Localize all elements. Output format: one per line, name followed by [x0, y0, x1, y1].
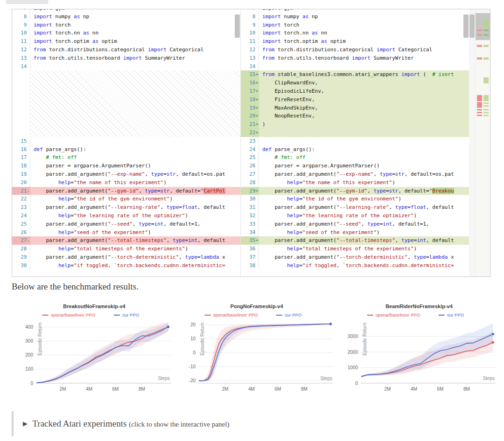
- details-summary-label: Tracked Atari experiments: [32, 419, 126, 428]
- code-line: 19 parser.add_argument("--exp-name", typ…: [12, 170, 240, 179]
- diff-minimap[interactable]: [475, 9, 490, 276]
- y-axis-label: Episodic Return: [200, 323, 205, 356]
- x-tick-label: 8M: [463, 386, 470, 392]
- right-pane-scrollbar-thumb[interactable]: [463, 14, 469, 38]
- series-end-marker: [167, 325, 169, 328]
- code-tab-stub[interactable]: [6, 0, 48, 4]
- series-end-marker: [329, 323, 332, 325]
- y-tick-label: 400: [25, 324, 33, 330]
- code-line: 24 def parse_args():: [241, 145, 469, 154]
- x-axis-label: Steps: [158, 376, 170, 381]
- y-tick-label: -10: [189, 364, 196, 369]
- minimap-addition-mark: [483, 29, 489, 31]
- code-line: 22+: [241, 129, 469, 137]
- minimap-addition-mark: [483, 45, 489, 47]
- chart-breakoutnoframeskip-v4: BreakoutNoFrameskip-v4openai/baselines' …: [13, 302, 175, 398]
- x-tick-label: 2M: [385, 386, 391, 392]
- minimap-deletion-mark: [477, 109, 482, 110]
- code-line: 11 import torch.optim as optim: [12, 37, 240, 46]
- code-line: 10 import torch.nn as nn: [241, 29, 469, 37]
- code-line: 27- parser.add_argument("--total-timeste…: [12, 236, 240, 245]
- chart-beamridernoframeskip-v4: BeamRiderNoFrameskip-v4openai/baselines'…: [338, 302, 500, 398]
- x-tick-label: 8M: [139, 386, 145, 392]
- code-line: 34 help="seed of the experiment"): [241, 228, 469, 237]
- chart-svg: BeamRiderNoFrameskip-v4openai/baselines'…: [338, 302, 500, 396]
- code-line: 7 import gym: [12, 9, 240, 13]
- code-line: 24 help="the learning rate of the optimi…: [12, 212, 240, 220]
- legend-label: openai/baselines' PPO: [376, 312, 420, 317]
- code-line: 19+ MaxAndSkipEnv,: [241, 104, 469, 112]
- minimap-addition-mark: [483, 112, 489, 113]
- code-line: 37 parser.add_argument("--torch-determin…: [241, 253, 469, 262]
- y-tick-label: 2000: [348, 350, 358, 355]
- code-line: 20+ NoopResetEnv,: [241, 112, 469, 120]
- chart-svg: PongNoFrameskip-v4openai/baselines' PPOo…: [175, 302, 338, 396]
- code-line: 17 # fmt: off: [12, 153, 240, 162]
- y-tick-label: 100: [25, 366, 33, 372]
- legend-label: our PPO: [285, 312, 301, 317]
- minimap-addition-mark: [483, 34, 489, 36]
- code-line: 8 import numpy as np: [241, 13, 469, 21]
- diff-right-pane: 7 import gym 8 import numpy as np 9 impo…: [241, 9, 469, 276]
- y-tick-label: -20: [189, 378, 196, 383]
- legend-label: openai/baselines' PPO: [51, 312, 96, 317]
- code-line: 9 import torch: [241, 21, 469, 29]
- minimap-deletion-mark: [477, 95, 482, 101]
- code-line: 25 # fmt: off: [241, 153, 469, 162]
- y-tick-label: 10: [190, 336, 196, 341]
- minimap-deletion-mark: [477, 45, 482, 47]
- minimap-addition-mark: [483, 105, 489, 107]
- x-tick-label: 8M: [301, 386, 308, 392]
- y-tick-label: 0: [30, 381, 33, 386]
- minimap-deletion-mark: [477, 102, 482, 108]
- minimap-addition-mark: [483, 95, 489, 101]
- minimap-deletion-mark: [477, 115, 482, 116]
- code-line: 28 help="the name of this experiment"): [241, 179, 469, 187]
- minimap-deletion-mark: [477, 57, 482, 60]
- expand-arrow-icon: ▶: [23, 420, 28, 427]
- code-line: 15: [12, 137, 240, 145]
- y-tick-label: 200: [25, 352, 33, 358]
- legend-label: our PPO: [447, 312, 464, 317]
- code-line: 14: [241, 62, 469, 71]
- tracked-experiments-summary[interactable]: ▶ Tracked Atari experiments (click to sh…: [12, 411, 492, 436]
- code-line: 29 parser.add_argument("--torch-determin…: [12, 253, 240, 262]
- code-line: 27 parser.add_argument("--exp-name", typ…: [241, 170, 469, 179]
- minimap-deletion-mark: [477, 34, 482, 36]
- code-line: 12 from torch.distributions.categorical …: [12, 46, 240, 54]
- left-pane-scrollbar-thumb[interactable]: [235, 14, 240, 38]
- y-tick-label: 0: [193, 350, 196, 355]
- right-scrollbar-track[interactable]: [469, 9, 475, 276]
- chart-pongnoframeskip-v4: PongNoFrameskip-v4openai/baselines' PPOo…: [175, 302, 338, 398]
- code-line: 21- parser.add_argument("--gym-id", type…: [12, 187, 240, 195]
- code-line: 28 help="total timesteps of the experime…: [12, 245, 240, 253]
- legend-label: openai/baselines' PPO: [213, 312, 258, 317]
- code-line: 7 import gym: [241, 9, 469, 13]
- x-tick-label: 4M: [86, 386, 92, 392]
- code-line: 36 help="total timesteps of the experime…: [241, 245, 469, 253]
- code-line: 11 import torch.optim as optim: [241, 37, 469, 46]
- chart-title: BeamRiderNoFrameskip-v4: [385, 303, 453, 309]
- code-line: 17+ EpisodicLifeEnv,: [241, 87, 469, 96]
- details-summary-note: (click to show the interactive panel): [129, 420, 229, 428]
- y-axis-label: Episodic Return: [37, 323, 42, 356]
- intro-text: Below are the benchmarked results.: [12, 282, 139, 292]
- code-line: 31 parser.add_argument("--learning-rate"…: [241, 203, 469, 212]
- diff-left-pane: 7 import gym 8 import numpy as np 9 impo…: [12, 9, 240, 276]
- code-line: 38 help="if toggled, `torch.backends.cud…: [241, 262, 469, 270]
- series-end-marker: [492, 333, 494, 335]
- code-line: 15+from stable_baselines3.common.atari_w…: [241, 70, 469, 79]
- x-tick-label: 4M: [411, 386, 417, 392]
- code-line: 13 from torch.utils.tensorboard import S…: [12, 54, 240, 62]
- code-line: 12 from torch.distributions.categorical …: [241, 46, 469, 54]
- code-line: 33 parser.add_argument("--seed", type=in…: [241, 220, 469, 228]
- confidence-band: [36, 323, 168, 383]
- y-tick-label: 20: [190, 322, 196, 327]
- y-tick-label: 3000: [348, 334, 358, 339]
- code-line: 25 parser.add_argument("--seed", type=in…: [12, 220, 240, 228]
- code-line: 20 help="the name of this experiment"): [12, 179, 240, 187]
- code-line: 10 import torch.nn as nn: [12, 29, 240, 37]
- code-line: 18 parser = argparse.ArgumentParser(): [12, 162, 240, 170]
- code-line: 26 parser = argparse.ArgumentParser(): [241, 162, 469, 170]
- code-line: 16+ ClipRewardEnv,: [241, 79, 469, 87]
